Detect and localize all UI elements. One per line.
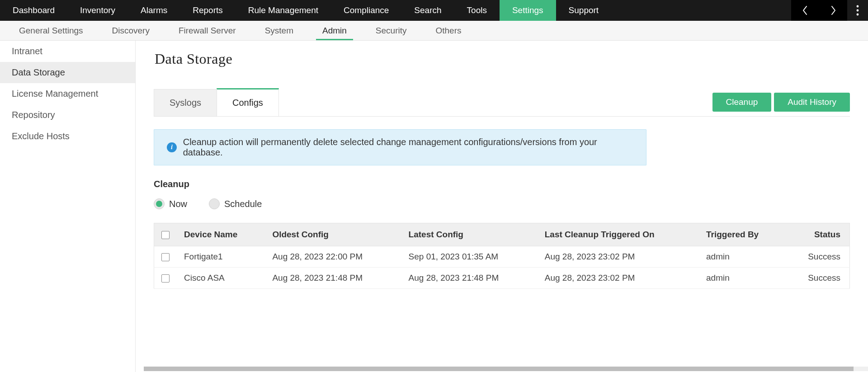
cell-device: Cisco ASA [177, 268, 265, 289]
subnav-others[interactable]: Others [421, 21, 476, 40]
radio-schedule-indicator [209, 198, 220, 209]
radio-now-indicator [154, 198, 165, 209]
chevron-left-icon [802, 5, 808, 15]
subnav-general-settings[interactable]: General Settings [5, 21, 98, 40]
col-triggered-by[interactable]: Triggered By [699, 223, 786, 246]
cell-device: Fortigate1 [177, 246, 265, 268]
cell-by: admin [699, 268, 786, 289]
col-status[interactable]: Status [786, 223, 850, 246]
nav-arrows [791, 0, 847, 21]
cleanup-button[interactable]: Cleanup [712, 93, 772, 112]
sidebar-item-license-management[interactable]: License Management [0, 83, 135, 104]
nav-support[interactable]: Support [556, 0, 612, 21]
subnav-system[interactable]: System [250, 21, 308, 40]
subnav-security[interactable]: Security [361, 21, 421, 40]
sidebar: Intranet Data Storage License Management… [0, 41, 136, 372]
col-device-name[interactable]: Device Name [177, 223, 265, 246]
radio-now[interactable]: Now [154, 198, 187, 209]
cell-last: Aug 28, 2023 23:02 PM [538, 268, 699, 289]
configs-table: Device Name Oldest Config Latest Config … [154, 223, 850, 289]
kebab-icon [856, 5, 859, 16]
main-content: Data Storage Syslogs Configs Cleanup Aud… [136, 41, 868, 372]
tab-row: Syslogs Configs Cleanup Audit History [154, 88, 850, 117]
nav-forward-button[interactable] [819, 0, 847, 21]
cell-oldest: Aug 28, 2023 21:48 PM [265, 268, 401, 289]
cell-status: Success [786, 268, 850, 289]
table-row: Fortigate1 Aug 28, 2023 22:00 PM Sep 01,… [154, 246, 850, 268]
horizontal-scrollbar[interactable] [144, 367, 868, 371]
cell-by: admin [699, 246, 786, 268]
page-title: Data Storage [155, 51, 850, 67]
svg-point-2 [857, 14, 859, 16]
tab-configs[interactable]: Configs [217, 88, 279, 116]
top-nav: Dashboard Inventory Alarms Reports Rule … [0, 0, 868, 21]
svg-point-0 [857, 5, 859, 8]
info-icon: i [167, 142, 177, 152]
table-row: Cisco ASA Aug 28, 2023 21:48 PM Aug 28, … [154, 268, 850, 289]
nav-alarms[interactable]: Alarms [128, 0, 180, 21]
subnav-firewall-server[interactable]: Firewall Server [164, 21, 250, 40]
nav-back-button[interactable] [791, 0, 819, 21]
nav-search[interactable]: Search [401, 0, 454, 21]
cell-latest: Sep 01, 2023 01:35 AM [401, 246, 538, 268]
nav-inventory[interactable]: Inventory [67, 0, 128, 21]
sidebar-item-repository[interactable]: Repository [0, 104, 135, 126]
sub-nav: General Settings Discovery Firewall Serv… [0, 21, 868, 41]
col-latest-config[interactable]: Latest Config [401, 223, 538, 246]
cell-last: Aug 28, 2023 23:02 PM [538, 246, 699, 268]
select-all-checkbox[interactable] [161, 231, 170, 239]
cell-latest: Aug 28, 2023 21:48 PM [401, 268, 538, 289]
sidebar-item-exclude-hosts[interactable]: Exclude Hosts [0, 126, 135, 147]
tab-syslogs[interactable]: Syslogs [154, 89, 217, 116]
svg-point-1 [857, 9, 859, 12]
radio-now-label: Now [169, 199, 187, 209]
cell-status: Success [786, 246, 850, 268]
cleanup-mode-radios: Now Schedule [154, 198, 850, 209]
nav-rule-management[interactable]: Rule Management [236, 0, 331, 21]
cell-oldest: Aug 28, 2023 22:00 PM [265, 246, 401, 268]
row-checkbox[interactable] [161, 274, 170, 283]
nav-dashboard[interactable]: Dashboard [0, 0, 67, 21]
subnav-discovery[interactable]: Discovery [98, 21, 164, 40]
nav-tools[interactable]: Tools [454, 0, 500, 21]
nav-settings[interactable]: Settings [500, 0, 556, 21]
sidebar-item-intranet[interactable]: Intranet [0, 41, 135, 62]
radio-schedule[interactable]: Schedule [209, 198, 262, 209]
cleanup-section-label: Cleanup [154, 179, 850, 189]
info-banner-text: Cleanup action will permanently delete s… [183, 137, 633, 158]
chevron-right-icon [830, 5, 836, 15]
col-last-cleanup[interactable]: Last Cleanup Triggered On [538, 223, 699, 246]
info-banner: i Cleanup action will permanently delete… [154, 129, 646, 165]
col-oldest-config[interactable]: Oldest Config [265, 223, 401, 246]
audit-history-button[interactable]: Audit History [774, 93, 850, 112]
sidebar-item-data-storage[interactable]: Data Storage [0, 62, 135, 83]
more-menu-button[interactable] [847, 0, 868, 21]
nav-compliance[interactable]: Compliance [331, 0, 401, 21]
row-checkbox[interactable] [161, 253, 170, 261]
nav-reports[interactable]: Reports [180, 0, 236, 21]
radio-schedule-label: Schedule [224, 199, 262, 209]
subnav-admin[interactable]: Admin [308, 21, 361, 40]
